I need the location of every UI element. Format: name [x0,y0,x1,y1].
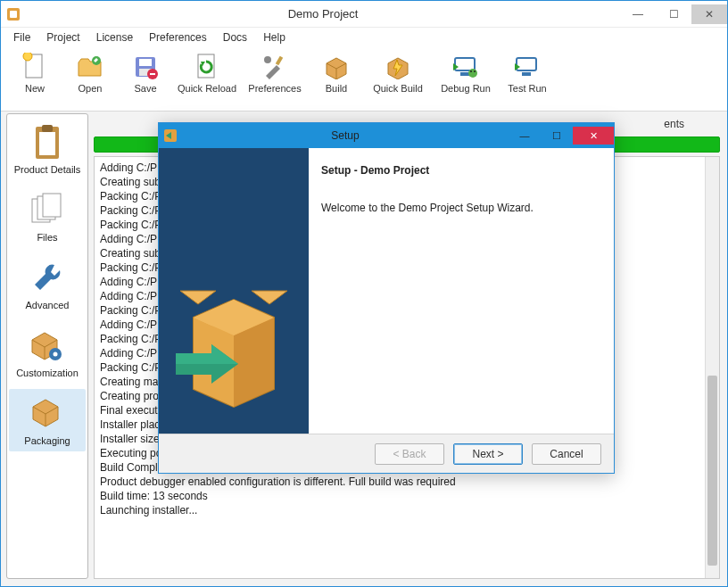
svg-rect-26 [39,132,55,155]
dialog-sidebar-image [159,148,309,434]
svg-point-14 [264,56,271,63]
tool-label: Test Run [508,83,546,94]
tools-icon [261,53,289,81]
svg-point-32 [54,352,58,357]
sidebar-item-label: Customization [16,368,79,378]
files-icon [29,191,66,228]
svg-rect-22 [517,58,536,70]
dialog-minimize-button[interactable]: — [509,127,541,145]
dialog-back-button: < Back [375,443,444,465]
open-folder-icon [76,53,104,81]
tool-save[interactable]: Save [119,51,172,94]
test-run-icon [513,53,542,81]
menu-item-help[interactable]: Help [258,29,291,45]
sidebar-item-label: Product Details [14,164,81,175]
sidebar-item-label: Advanced [26,300,70,310]
window-title: Demo Project [26,7,620,21]
maximize-button[interactable]: ☐ [656,4,691,24]
dialog-title: Setup [182,129,509,142]
svg-rect-10 [150,73,155,75]
debug-run-icon [451,53,480,81]
sidebar: Product Details Files Advanced Customiza… [6,113,88,579]
setup-dialog: Setup — ☐ ✕ [158,122,615,474]
tool-open[interactable]: Open [63,51,117,94]
dialog-heading: Setup - Demo Project [321,164,601,177]
wrench-icon [29,259,66,296]
svg-marker-41 [252,291,287,304]
toolbar: New Open Save Quick Reload Preferences B… [1,47,727,112]
tool-preferences[interactable]: Preferences [242,51,308,94]
box-bolt-icon [384,53,412,81]
menubar: File Project License Preferences Docs He… [1,28,727,47]
dialog-titlebar[interactable]: Setup — ☐ ✕ [159,123,614,148]
menu-item-file[interactable]: File [8,29,36,45]
dialog-footer: < Back Next > Cancel [159,434,614,473]
dialog-body-text: Welcome to the Demo Project Setup Wizard… [321,202,601,214]
menu-item-project[interactable]: Project [41,29,85,45]
svg-rect-16 [455,58,475,70]
close-button[interactable]: ✕ [691,4,727,24]
tool-label: Save [134,83,156,94]
tool-label: Quick Build [373,83,423,94]
box-gear-icon [29,327,66,364]
dialog-close-button[interactable]: ✕ [573,127,614,145]
dialog-app-icon [159,129,182,142]
save-icon [131,53,160,81]
dialog-body: Setup - Demo Project Welcome to the Demo… [159,148,614,434]
svg-rect-1 [10,11,17,18]
sidebar-item-label: Files [37,232,57,243]
tool-label: Preferences [248,83,301,94]
tool-new[interactable]: New [8,51,62,94]
sidebar-item-advanced[interactable]: Advanced [9,253,86,316]
app-icon [1,8,26,21]
dialog-next-button[interactable]: Next > [453,443,523,465]
scrollbar[interactable] [705,157,719,578]
tool-label: New [25,83,45,94]
svg-rect-23 [522,72,531,76]
titlebar: Demo Project — ☐ ✕ [1,1,727,28]
dialog-main: Setup - Demo Project Welcome to the Demo… [309,148,614,434]
scrollbar-thumb[interactable] [707,376,717,565]
svg-rect-27 [42,125,53,132]
new-file-icon [21,53,49,81]
menu-item-docs[interactable]: Docs [218,29,252,45]
dialog-cancel-button[interactable]: Cancel [532,443,601,465]
minimize-button[interactable]: — [620,4,656,24]
package-icon [29,394,66,432]
sidebar-item-packaging[interactable]: Packaging [9,389,86,451]
svg-point-21 [474,70,476,72]
svg-rect-13 [276,56,283,66]
clipboard-icon [29,123,66,161]
svg-rect-44 [176,353,211,364]
menu-item-license[interactable]: License [91,29,138,45]
svg-rect-17 [460,72,469,76]
svg-marker-40 [180,291,216,304]
main-window: Demo Project — ☐ ✕ File Project License … [0,0,728,587]
tool-test-run[interactable]: Test Run [500,51,554,94]
sidebar-item-product-details[interactable]: Product Details [9,118,86,180]
svg-point-4 [23,53,32,61]
reload-icon [193,53,221,81]
svg-point-19 [468,69,477,78]
sidebar-item-files[interactable]: Files [9,186,86,248]
menu-item-preferences[interactable]: Preferences [144,29,212,45]
tool-quick-reload[interactable]: Quick Reload [174,51,240,94]
box-icon [322,53,351,81]
content-header-suffix: ents [664,118,684,130]
tool-debug-run[interactable]: Debug Run [433,51,499,94]
svg-point-20 [470,70,472,72]
sidebar-item-label: Packaging [24,435,70,446]
tool-quick-build[interactable]: Quick Build [365,51,431,94]
tool-label: Quick Reload [178,83,236,94]
dialog-maximize-button[interactable]: ☐ [541,127,573,145]
window-controls: — ☐ ✕ [620,4,727,24]
tool-build[interactable]: Build [310,51,363,94]
svg-rect-7 [139,59,152,66]
tool-label: Debug Run [441,83,491,94]
dialog-window-controls: — ☐ ✕ [509,127,614,145]
svg-rect-30 [43,194,61,217]
tool-label: Build [326,83,347,94]
tool-label: Open [79,83,103,94]
sidebar-item-customization[interactable]: Customization [9,321,86,384]
